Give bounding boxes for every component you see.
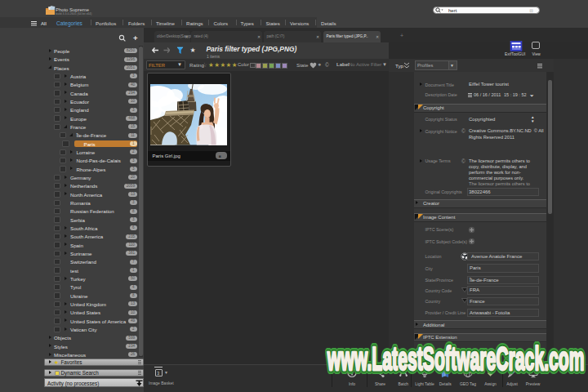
svg-text:www.LatestSoftwareCrack.com: www.LatestSoftwareCrack.com bbox=[327, 341, 585, 377]
